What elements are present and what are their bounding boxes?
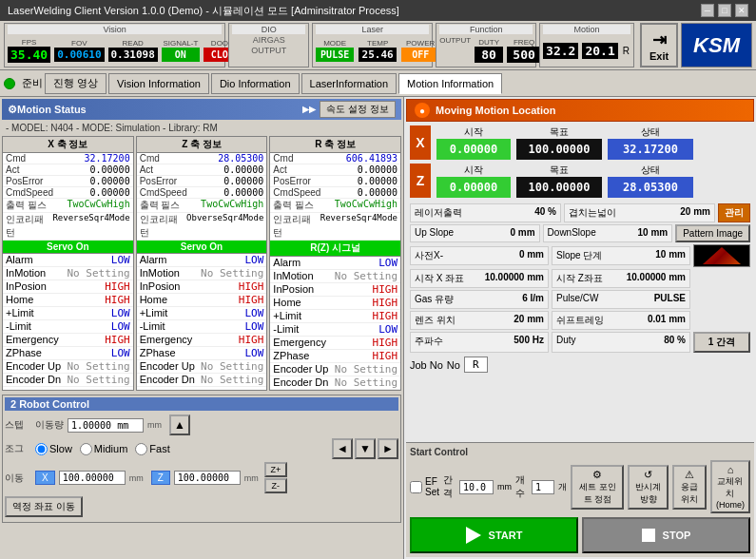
z-status-label: 상태 [641, 164, 660, 177]
z-poserror-value: 0.00000 [223, 176, 263, 186]
dio-fields: AIRGAS OUTPUT [232, 35, 305, 66]
x-poserror-value: 0.00000 [90, 176, 130, 186]
start-control-header: Start Control [410, 447, 750, 457]
gas-flow-param: Gas 유량 6 l/m [410, 290, 549, 309]
stop-button[interactable]: STOP [582, 517, 750, 553]
fov-value: 0.00610 [54, 48, 104, 62]
tab-vision[interactable]: Vision Information [108, 73, 209, 94]
tab-image[interactable]: 진행 영상 [45, 73, 107, 94]
exit-label: Exit [649, 50, 669, 62]
z-control-label: 인코리패턴 [140, 213, 186, 240]
nav-left-button[interactable]: ◄ [332, 438, 353, 459]
manage-button[interactable]: 관리 [718, 203, 750, 222]
signal-value: ON [162, 48, 200, 62]
speed-settings-button[interactable]: 속도 설정 정보 [320, 101, 396, 118]
z-axis-indicator: Z [410, 164, 431, 198]
pos-row: 역정 좌표 이동 [5, 496, 398, 517]
job-no-label: Job No [410, 359, 443, 371]
x-value-input[interactable] [59, 471, 126, 485]
ef-set-field: EF Set [410, 476, 439, 497]
x-coord-button[interactable]: X [35, 471, 55, 485]
count-input[interactable] [532, 480, 554, 494]
axis-table: X 축 정보 Cmd 32.17200 Act 0.00000 PosError… [2, 136, 401, 391]
param-row-2: Up Slope 0 mm DownSlope 10 mm Pattern Im… [410, 224, 750, 242]
x-status-field: 상태 32.17200 [608, 125, 693, 160]
minimize-button[interactable]: ─ [701, 4, 714, 17]
motion-y-value: 20.1 [582, 43, 617, 59]
fast-label: Fast [149, 443, 169, 454]
midium-radio[interactable]: Midium [80, 443, 127, 455]
set-point-button[interactable]: ⚙ 세트 포인트 정점 [571, 465, 624, 510]
nav-right-button[interactable]: ► [378, 438, 398, 459]
reverse-icon: ↺ [644, 469, 652, 481]
r-alarm-row: AlarmLOW [270, 257, 400, 270]
freq-label: FREQ [514, 38, 534, 47]
r-poserror-label: PosError [273, 176, 310, 186]
interval-1-button[interactable]: 1 간격 [693, 332, 750, 353]
x-inposion-row: InPosionHIGH [3, 280, 133, 294]
r-home-row: HomeHIGH [270, 297, 400, 310]
interval-input[interactable] [459, 480, 494, 494]
reverse-button[interactable]: ↺ 반시계 방향 [628, 465, 669, 510]
tab-motion[interactable]: Motion Information [398, 73, 502, 94]
fast-radio[interactable]: Fast [135, 443, 169, 455]
x-servo-header: Servo On [3, 241, 133, 254]
motion-fields: 32.2 20.1 R [543, 35, 630, 66]
motion-status-header: ⚙ Motion Status ▶▶ 속도 설정 정보 [2, 99, 401, 120]
pos-move-button[interactable]: 역정 좌표 이동 [5, 496, 83, 517]
start-control-section: Start Control EF Set 간격 mm 개수 개 ⚙ 세트 포인트… [406, 442, 754, 557]
duty-value: 80 [475, 47, 503, 63]
x-motion-row: X 시작 0.00000 목표 100.00000 상태 32.17200 [406, 125, 754, 160]
x-axis-col: X 축 정보 Cmd 32.17200 Act 0.00000 PosError… [2, 136, 134, 391]
maximize-button[interactable]: □ [718, 4, 731, 17]
step-row: 스텝 이동량 mm ▲ [5, 414, 398, 435]
z-plus-button[interactable]: Z+ [264, 462, 287, 477]
x-poserror-label: PosError [6, 176, 43, 186]
signal-label: SIGNAL-T [163, 39, 198, 48]
pattern-image-button[interactable]: Pattern Image [675, 224, 750, 242]
step-input[interactable] [68, 418, 144, 433]
z-value-input[interactable] [174, 471, 241, 485]
z-control-value: ObverseSqr4Mode [186, 213, 263, 240]
x-control-row: 인코리패턴 ReverseSqr4Mode [3, 213, 133, 241]
tab-dio[interactable]: Dio Information [211, 73, 300, 94]
r-cmd-value: 606.41893 [346, 153, 397, 164]
r-label: R [623, 46, 630, 56]
fps-field: FPS 35.40 [8, 38, 50, 63]
nav-down-button[interactable]: ▼ [355, 438, 376, 459]
start-z-param: 시작 Z좌표 10.00000 mm [552, 269, 690, 288]
close-button[interactable]: ✕ [735, 4, 748, 17]
dio-title: DIO [232, 25, 305, 34]
duty-field: DUTY 80 [475, 38, 503, 63]
x-alarm-row: AlarmLOW [3, 254, 133, 267]
ef-checkbox[interactable] [410, 481, 422, 493]
laser-fields: MODE PULSE TEMP 25.46 POWER OFF [316, 35, 429, 66]
prepare-area: 준비 [4, 76, 43, 90]
left-panel: ⚙ Motion Status ▶▶ 속도 설정 정보 - MODEL: N40… [0, 97, 404, 559]
nav-up-button[interactable]: ▲ [169, 414, 190, 435]
x-target-field: 목표 100.00000 [516, 125, 602, 160]
output-label: OUTPUT [251, 46, 286, 55]
mm-unit: mm [147, 420, 162, 430]
z-encoderdn-row: Encoder DnNo Setting [137, 374, 267, 387]
exit-button[interactable]: ⇥ Exit [640, 23, 678, 67]
z-status-value: 28.05300 [608, 177, 693, 198]
start-button[interactable]: START [410, 517, 578, 553]
r-zphase-row: ZPhaseHIGH [270, 350, 400, 363]
x-target-label: 목표 [550, 125, 569, 139]
robot-control-section: 2 Robot Control 스텝 이동량 mm ▲ 조그 Slow [2, 395, 401, 523]
home-button[interactable]: ⌂ 교체위치(Home) [710, 460, 750, 513]
z-cmdspeed-row: CmdSpeed 0.00000 [137, 187, 267, 199]
emergency-pos-button[interactable]: ⚠ 응급위치 [672, 465, 706, 510]
z-minus-button[interactable]: Z- [264, 478, 287, 493]
slow-radio[interactable]: Slow [35, 443, 72, 455]
speed-radio-group: Slow Midium Fast [35, 443, 170, 455]
start-control-row: EF Set 간격 mm 개수 개 ⚙ 세트 포인트 정점 ↺ 반시계 방향 [410, 460, 750, 513]
z-coord-button[interactable]: Z [151, 471, 170, 485]
count-unit: 개 [558, 481, 567, 493]
x-act-label: Act [6, 164, 19, 175]
param-row-7: 주파수 500 Hz Duty 80 % 1 간격 [410, 332, 750, 353]
arrow-icon: ▶▶ [302, 105, 316, 114]
tab-laser[interactable]: LaserInformation [301, 73, 397, 94]
window-controls[interactable]: ─ □ ✕ [701, 4, 748, 17]
